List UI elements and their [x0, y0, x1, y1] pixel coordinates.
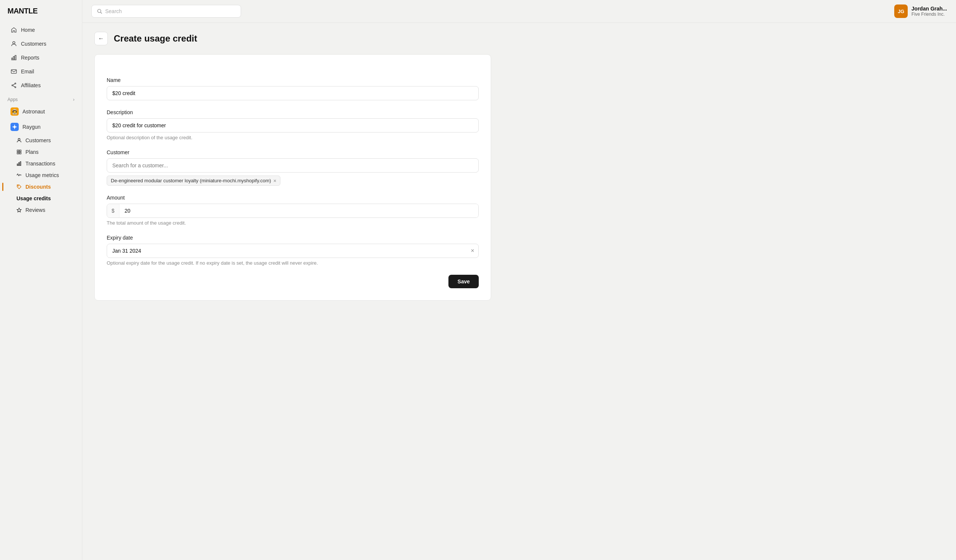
svg-rect-21 — [19, 162, 19, 165]
expiry-label: Expiry date — [107, 235, 479, 241]
share-icon — [11, 82, 17, 89]
svg-point-5 — [15, 83, 16, 84]
sidebar-item-email-label: Email — [21, 69, 34, 74]
svg-point-23 — [18, 186, 19, 186]
page-content: ← Create usage credit Name Description O… — [82, 23, 956, 560]
user-icon — [11, 41, 17, 47]
sidebar-item-transactions-label: Transactions — [25, 160, 55, 167]
sidebar-item-customers-label: Customers — [21, 41, 46, 47]
search-bar[interactable]: Search — [91, 5, 241, 17]
description-input[interactable] — [107, 118, 479, 132]
sidebar-item-reports[interactable]: Reports — [3, 51, 79, 64]
main-nav: Home Customers Reports — [0, 21, 82, 217]
back-button[interactable]: ← — [94, 32, 108, 45]
customer-tag-label: De-engineered modular customer loyalty (… — [111, 178, 271, 183]
expiry-input-wrapper: × — [107, 244, 479, 258]
svg-rect-20 — [17, 164, 18, 165]
description-label: Description — [107, 109, 479, 115]
customer-tag: De-engineered modular customer loyalty (… — [107, 176, 280, 186]
amount-label: Amount — [107, 195, 479, 201]
sidebar-item-plans[interactable]: Plans — [3, 146, 79, 157]
apps-chevron-icon: › — [73, 97, 74, 102]
svg-point-7 — [15, 87, 16, 88]
user-section: JG Jordan Grah... Five Friends Inc. — [894, 5, 947, 18]
expiry-clear-button[interactable]: × — [471, 247, 474, 254]
sidebar-item-email[interactable]: Email — [3, 65, 79, 78]
page-title: Create usage credit — [114, 33, 197, 44]
sidebar-item-raygun-label: Raygun — [22, 124, 41, 130]
description-hint: Optional description of the usage credit… — [107, 135, 479, 140]
sidebar-item-reviews[interactable]: Reviews — [3, 204, 79, 216]
sidebar-item-discounts[interactable]: Discounts — [3, 181, 79, 192]
sidebar-item-raygun[interactable]: Raygun — [3, 120, 79, 134]
sidebar-item-astronaut-label: Astronaut — [22, 109, 45, 115]
svg-point-0 — [13, 42, 15, 44]
sidebar-item-home-label: Home — [21, 27, 35, 33]
sidebar-item-usage-metrics[interactable]: Usage metrics — [3, 170, 79, 181]
mail-icon — [11, 68, 17, 75]
expiry-field-group: Expiry date × Optional expiry date for t… — [107, 235, 479, 266]
customer-tag-remove-button[interactable]: × — [273, 178, 276, 183]
sidebar-item-raygun-customers-label: Customers — [25, 137, 51, 143]
sidebar-item-transactions[interactable]: Transactions — [3, 158, 79, 169]
sidebar-item-customers[interactable]: Customers — [3, 37, 79, 50]
grid-icon — [16, 149, 22, 154]
amount-input[interactable] — [120, 204, 478, 217]
svg-rect-19 — [19, 153, 21, 154]
sidebar-item-reviews-label: Reviews — [25, 207, 45, 213]
search-icon — [97, 9, 102, 14]
svg-rect-16 — [17, 150, 19, 152]
activity-icon — [16, 173, 22, 178]
svg-point-10 — [14, 126, 16, 128]
name-field-group: Name — [107, 77, 479, 100]
svg-line-9 — [13, 86, 14, 87]
sidebar-item-home[interactable]: Home — [3, 23, 79, 37]
sidebar-item-astronaut[interactable]: 🧑‍🚀 Astronaut — [3, 104, 79, 119]
sidebar-item-plans-label: Plans — [25, 149, 39, 155]
user-info: Jordan Grah... Five Friends Inc. — [912, 6, 947, 17]
customer-field-group: Customer De-engineered modular customer … — [107, 149, 479, 186]
amount-prefix: $ — [107, 204, 120, 217]
user-company: Five Friends Inc. — [912, 12, 947, 17]
amount-input-wrapper: $ — [107, 204, 479, 218]
star-icon — [16, 208, 22, 212]
form-card: Name Description Optional description of… — [94, 54, 491, 300]
svg-rect-18 — [17, 153, 19, 154]
raygun-icon — [11, 123, 19, 131]
page-header: ← Create usage credit — [94, 32, 944, 45]
transactions-icon — [16, 161, 22, 166]
amount-field-group: Amount $ The total amount of the usage c… — [107, 195, 479, 226]
expiry-input[interactable] — [107, 244, 479, 258]
sidebar: MANTLE Home Customers — [0, 0, 82, 560]
form-actions: Save — [107, 275, 479, 288]
expiry-hint: Optional expiry date for the usage credi… — [107, 260, 479, 266]
sidebar-item-raygun-customers[interactable]: Customers — [3, 135, 79, 146]
save-button[interactable]: Save — [448, 275, 479, 288]
tag-icon — [16, 184, 22, 189]
user-avatar: JG — [894, 5, 908, 18]
main-wrapper: Search JG Jordan Grah... Five Friends In… — [82, 0, 956, 560]
description-field-group: Description Optional description of the … — [107, 109, 479, 140]
sidebar-item-usage-credits-label: Usage credits — [16, 195, 51, 201]
sidebar-item-affiliates[interactable]: Affiliates — [3, 79, 79, 92]
svg-rect-2 — [14, 57, 14, 60]
bar-chart-icon — [11, 54, 17, 61]
svg-line-8 — [13, 84, 14, 85]
astronaut-icon: 🧑‍🚀 — [11, 107, 19, 116]
customer-search-input[interactable] — [107, 158, 479, 173]
top-header: Search JG Jordan Grah... Five Friends In… — [82, 0, 956, 23]
svg-point-6 — [12, 85, 13, 86]
brand-logo: MANTLE — [0, 0, 82, 21]
svg-point-15 — [18, 138, 20, 140]
user-sub-icon — [16, 138, 22, 143]
sidebar-item-usage-credits[interactable]: Usage credits — [3, 193, 79, 204]
svg-marker-24 — [17, 208, 21, 212]
apps-section-label: Apps › — [0, 93, 82, 104]
sidebar-item-discounts-label: Discounts — [25, 184, 51, 190]
sidebar-item-affiliates-label: Affiliates — [21, 82, 41, 88]
sidebar-item-usage-metrics-label: Usage metrics — [25, 172, 59, 178]
search-placeholder-text: Search — [105, 8, 122, 14]
svg-rect-3 — [15, 55, 16, 60]
customer-tags: De-engineered modular customer loyalty (… — [107, 176, 479, 186]
name-input[interactable] — [107, 86, 479, 100]
